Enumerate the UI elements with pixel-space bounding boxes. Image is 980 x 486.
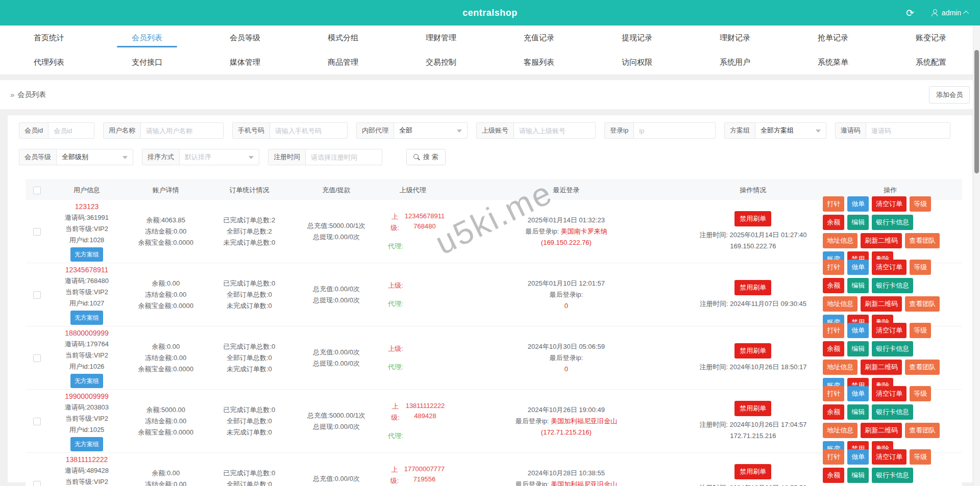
tab-mode-group[interactable]: 模式分组 bbox=[294, 25, 392, 50]
action-bank-card-info-button[interactable]: 银行卡信息 bbox=[872, 404, 913, 420]
member-level-select[interactable]: 全部级别 bbox=[57, 149, 133, 165]
username-input[interactable] bbox=[141, 123, 223, 138]
action-address-info-button[interactable]: 地址信息 bbox=[823, 360, 857, 375]
add-member-button[interactable]: 添加会员 bbox=[929, 86, 970, 104]
tab-system-menu[interactable]: 系统菜单 bbox=[784, 50, 882, 74]
tab-agent-list[interactable]: 代理列表 bbox=[0, 50, 98, 74]
action-level-button[interactable]: 等级 bbox=[910, 323, 931, 338]
action-level-button[interactable]: 等级 bbox=[910, 260, 931, 275]
action-inject-button[interactable]: 打针 bbox=[823, 323, 844, 338]
row-checkbox[interactable] bbox=[33, 354, 41, 362]
phone-input[interactable] bbox=[270, 123, 347, 138]
reg-time-input[interactable] bbox=[306, 149, 382, 165]
action-inject-button[interactable]: 打针 bbox=[823, 386, 844, 401]
action-view-team-button[interactable]: 查看团队 bbox=[905, 423, 940, 438]
action-level-button[interactable]: 等级 bbox=[910, 196, 931, 212]
tab-payment-api[interactable]: 支付接口 bbox=[98, 50, 196, 74]
action-clear-orders-button[interactable]: 清空订单 bbox=[872, 323, 906, 338]
tab-recharge-records[interactable]: 充值记录 bbox=[490, 25, 588, 50]
action-clear-orders-button[interactable]: 清空订单 bbox=[872, 260, 906, 275]
action-make-order-button[interactable]: 做单 bbox=[847, 386, 869, 401]
member-username-link[interactable]: 123123 bbox=[49, 201, 125, 212]
action-address-info-button[interactable]: 地址信息 bbox=[823, 296, 857, 312]
action-edit-button[interactable]: 编辑 bbox=[847, 468, 869, 483]
tab-access-perms[interactable]: 访问权限 bbox=[588, 50, 686, 74]
tab-trade-control[interactable]: 交易控制 bbox=[392, 50, 490, 74]
action-inject-button[interactable]: 打针 bbox=[823, 260, 844, 275]
tab-balance-records[interactable]: 账变记录 bbox=[882, 25, 980, 50]
tab-service-list[interactable]: 客服列表 bbox=[490, 50, 588, 74]
ban-brush-order-button[interactable]: 禁用刷单 bbox=[734, 343, 771, 359]
invite-code-input[interactable] bbox=[866, 123, 950, 138]
tab-system-users[interactable]: 系统用户 bbox=[686, 50, 784, 74]
admin-menu[interactable]: admin bbox=[932, 9, 969, 17]
refresh-icon[interactable]: ⟳ bbox=[906, 8, 914, 18]
tab-system-config[interactable]: 系统配置 bbox=[882, 50, 980, 74]
sort-select[interactable]: 默认排序 bbox=[180, 149, 259, 165]
action-view-team-button[interactable]: 查看团队 bbox=[905, 360, 940, 375]
scrollbar-track[interactable] bbox=[973, 25, 980, 486]
action-make-order-button[interactable]: 做单 bbox=[847, 196, 869, 212]
tab-member-level[interactable]: 会员等级 bbox=[196, 25, 294, 50]
action-edit-button[interactable]: 编辑 bbox=[847, 215, 869, 230]
tab-product-manage[interactable]: 商品管理 bbox=[294, 50, 392, 74]
ban-brush-order-button[interactable]: 禁用刷单 bbox=[734, 401, 771, 416]
action-refresh-qrcode-button[interactable]: 刷新二维码 bbox=[861, 423, 902, 438]
tab-finance-records[interactable]: 理财记录 bbox=[686, 25, 784, 50]
action-level-button[interactable]: 等级 bbox=[910, 449, 931, 465]
action-view-team-button[interactable]: 查看团队 bbox=[905, 233, 940, 248]
tab-finance-manage[interactable]: 理财管理 bbox=[392, 25, 490, 50]
action-balance-button[interactable]: 余额 bbox=[823, 215, 844, 230]
tab-member-list[interactable]: 会员列表 bbox=[98, 25, 196, 50]
member-username-link[interactable]: 18800009999 bbox=[49, 327, 125, 339]
action-bank-card-info-button[interactable]: 银行卡信息 bbox=[872, 278, 913, 293]
row-checkbox[interactable] bbox=[33, 418, 41, 425]
action-bank-card-info-button[interactable]: 银行卡信息 bbox=[872, 468, 913, 483]
action-bank-card-info-button[interactable]: 银行卡信息 bbox=[872, 341, 913, 356]
row-checkbox[interactable] bbox=[33, 481, 41, 486]
action-balance-button[interactable]: 余额 bbox=[823, 468, 844, 483]
action-make-order-button[interactable]: 做单 bbox=[847, 449, 869, 465]
action-refresh-qrcode-button[interactable]: 刷新二维码 bbox=[861, 233, 902, 248]
action-address-info-button[interactable]: 地址信息 bbox=[823, 233, 857, 248]
plan-group-select[interactable]: 全部方案组 bbox=[755, 123, 826, 138]
action-balance-button[interactable]: 余额 bbox=[823, 404, 844, 420]
action-refresh-qrcode-button[interactable]: 刷新二维码 bbox=[861, 360, 902, 375]
action-balance-button[interactable]: 余额 bbox=[823, 278, 844, 293]
action-balance-button[interactable]: 余额 bbox=[823, 341, 844, 356]
tab-home-stats[interactable]: 首页统计 bbox=[0, 25, 98, 50]
scrollbar-thumb[interactable] bbox=[974, 50, 979, 173]
tab-withdraw-records[interactable]: 提现记录 bbox=[588, 25, 686, 50]
action-edit-button[interactable]: 编辑 bbox=[847, 278, 869, 293]
action-edit-button[interactable]: 编辑 bbox=[847, 341, 869, 356]
ban-brush-order-button[interactable]: 禁用刷单 bbox=[734, 280, 771, 295]
action-inject-button[interactable]: 打针 bbox=[823, 196, 844, 212]
member-username-link[interactable]: 13811112222 bbox=[49, 454, 125, 465]
tab-grab-records[interactable]: 抢单记录 bbox=[784, 25, 882, 50]
member-username-link[interactable]: 12345678911 bbox=[49, 264, 125, 275]
action-clear-orders-button[interactable]: 清空订单 bbox=[872, 386, 906, 401]
ban-brush-order-button[interactable]: 禁用刷单 bbox=[734, 211, 771, 226]
internal-agent-select[interactable]: 全部 bbox=[394, 123, 467, 138]
action-make-order-button[interactable]: 做单 bbox=[847, 323, 869, 338]
tab-media-manage[interactable]: 媒体管理 bbox=[196, 50, 294, 74]
select-all-checkbox[interactable] bbox=[33, 187, 41, 194]
action-inject-button[interactable]: 打针 bbox=[823, 449, 844, 465]
login-ip-input[interactable] bbox=[634, 123, 715, 138]
member-id-input[interactable] bbox=[48, 123, 94, 138]
parent-account-input[interactable] bbox=[514, 123, 595, 138]
action-bank-card-info-button[interactable]: 银行卡信息 bbox=[872, 215, 913, 230]
member-username-link[interactable]: 19900009999 bbox=[49, 391, 125, 402]
action-edit-button[interactable]: 编辑 bbox=[847, 404, 869, 420]
row-checkbox[interactable] bbox=[33, 291, 41, 299]
action-view-team-button[interactable]: 查看团队 bbox=[905, 296, 940, 312]
action-refresh-qrcode-button[interactable]: 刷新二维码 bbox=[861, 296, 902, 312]
ban-brush-order-button[interactable]: 禁用刷单 bbox=[734, 464, 771, 479]
action-level-button[interactable]: 等级 bbox=[910, 386, 931, 401]
action-clear-orders-button[interactable]: 清空订单 bbox=[872, 449, 906, 465]
row-checkbox[interactable] bbox=[33, 228, 41, 236]
action-address-info-button[interactable]: 地址信息 bbox=[823, 423, 857, 438]
action-make-order-button[interactable]: 做单 bbox=[847, 260, 869, 275]
search-button[interactable]: 搜 索 bbox=[406, 149, 446, 165]
action-clear-orders-button[interactable]: 清空订单 bbox=[872, 196, 906, 212]
